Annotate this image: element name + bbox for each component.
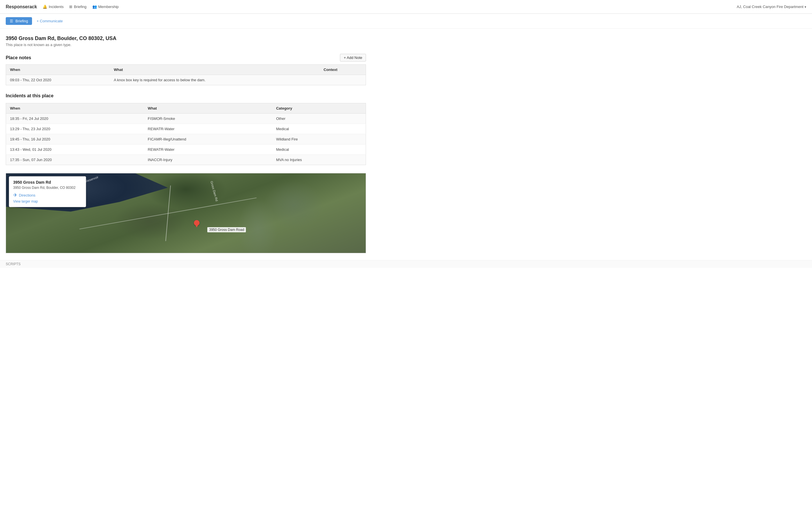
place-notes-title: Place notes: [6, 55, 31, 60]
cell-when: 09:03 - Thu, 22 Oct 2020: [6, 75, 110, 85]
directions-icon: ✈: [13, 192, 18, 198]
table-row: 19:45 - Thu, 16 Jul 2020 FICAMR-Illeg/Un…: [6, 134, 366, 144]
briefing-button[interactable]: Briefing: [6, 17, 32, 25]
brand: Responserack: [6, 4, 37, 9]
cell-when: 19:45 - Thu, 16 Jul 2020: [6, 134, 144, 144]
table-row: 13:29 - Thu, 23 Jul 2020 REWATR-Water Me…: [6, 124, 366, 134]
navbar-right: AJ, Coal Creek Canyon Fire Department: [737, 5, 806, 9]
people-icon: [92, 5, 97, 9]
table-row: 18:35 - Fri, 24 Jul 2020 FISMOR-Smoke Ot…: [6, 114, 366, 124]
table-row: 17:35 - Sun, 07 Jun 2020 INACCR-Injury M…: [6, 155, 366, 165]
pin-tail: [195, 223, 199, 227]
cell-category: Other: [272, 114, 366, 124]
cell-what[interactable]: FICAMR-Illeg/Unattend: [144, 134, 272, 144]
incidents-table-body: 18:35 - Fri, 24 Jul 2020 FISMOR-Smoke Ot…: [6, 114, 366, 165]
map-container: Gross Dam Rd Reservoir 3950 Gross Dam Ro…: [6, 173, 366, 253]
chevron-down-icon: [805, 5, 806, 9]
col-when-notes: When: [6, 65, 110, 75]
directions-button[interactable]: ✈ Directions: [13, 192, 35, 198]
footer: SCRIPTS: [0, 260, 812, 268]
map-pin-icon: [193, 220, 200, 229]
bell-icon: [42, 5, 47, 9]
add-note-button[interactable]: + Add Note: [340, 54, 366, 61]
cell-what[interactable]: FISMOR-Smoke: [144, 114, 272, 124]
place-notes-header-row: When What Context: [6, 65, 366, 75]
nav-incidents-label: Incidents: [49, 5, 63, 9]
cell-when: 17:35 - Sun, 07 Jun 2020: [6, 155, 144, 165]
cell-when: 13:29 - Thu, 23 Jul 2020: [6, 124, 144, 134]
main-content: 3950 Gross Dam Rd, Boulder, CO 80302, US…: [0, 29, 372, 260]
incidents-header-row: When What Category: [6, 103, 366, 114]
cell-category: MVA no Injuries: [272, 155, 366, 165]
place-notes-header: Place notes + Add Note: [6, 54, 366, 61]
place-title: 3950 Gross Dam Rd, Boulder, CO 80302, US…: [6, 35, 366, 42]
list-icon: [10, 19, 14, 23]
place-notes-table-head: When What Context: [6, 65, 366, 75]
map-card-actions: ✈ Directions: [13, 192, 82, 198]
col-category-incidents: Category: [272, 103, 366, 114]
grid-icon: [69, 5, 72, 9]
directions-label: Directions: [19, 193, 35, 197]
col-when-incidents: When: [6, 103, 144, 114]
place-subtitle: This place is not known as a given type.: [6, 43, 366, 47]
map-pin: [193, 220, 200, 229]
cell-when: 13:43 - Wed, 01 Jul 2020: [6, 144, 144, 155]
nav-briefing[interactable]: Briefing: [69, 5, 86, 9]
incidents-table-head: When What Category: [6, 103, 366, 114]
cell-category: Wildland Fire: [272, 134, 366, 144]
nav-incidents[interactable]: Incidents: [42, 5, 63, 9]
place-notes-table-body: 09:03 - Thu, 22 Oct 2020 A knox box key …: [6, 75, 366, 85]
incidents-title: Incidents at this place: [6, 93, 366, 99]
cell-what[interactable]: REWATR-Water: [144, 124, 272, 134]
cell-what[interactable]: INACCR-Injury: [144, 155, 272, 165]
col-context-notes: Context: [320, 65, 366, 75]
nav-membership-label: Membership: [98, 5, 119, 9]
table-row: 09:03 - Thu, 22 Oct 2020 A knox box key …: [6, 75, 366, 85]
communicate-button[interactable]: + Communicate: [35, 17, 64, 25]
cell-context: [320, 75, 366, 85]
toolbar: Briefing + Communicate: [0, 14, 812, 29]
cell-what: A knox box key is required for access to…: [110, 75, 320, 85]
footer-text: SCRIPTS: [6, 262, 21, 266]
cell-category: Medical: [272, 124, 366, 134]
col-what-notes: What: [110, 65, 320, 75]
incidents-table: When What Category 18:35 - Fri, 24 Jul 2…: [6, 103, 366, 165]
pin-label: 3950 Gross Dam Road: [207, 227, 246, 232]
cell-category: Medical: [272, 144, 366, 155]
navbar: Responserack Incidents Briefing Membersh…: [0, 0, 812, 14]
user-label: AJ, Coal Creek Canyon Fire Department: [737, 5, 804, 9]
view-larger-map-link[interactable]: View larger map: [13, 199, 82, 203]
nav-briefing-label: Briefing: [74, 5, 86, 9]
table-row: 13:43 - Wed, 01 Jul 2020 REWATR-Water Me…: [6, 144, 366, 155]
nav-membership[interactable]: Membership: [92, 5, 119, 9]
map-card-address: 3950 Gross Dam Rd, Boulder, CO 80302: [13, 186, 82, 190]
col-what-incidents: What: [144, 103, 272, 114]
map-info-card: 3950 Gross Dam Rd 3950 Gross Dam Rd, Bou…: [9, 176, 86, 207]
navbar-left: Responserack Incidents Briefing Membersh…: [6, 4, 119, 9]
cell-what[interactable]: REWATR-Water: [144, 144, 272, 155]
cell-when: 18:35 - Fri, 24 Jul 2020: [6, 114, 144, 124]
map-card-title: 3950 Gross Dam Rd: [13, 180, 82, 185]
place-notes-table: When What Context 09:03 - Thu, 22 Oct 20…: [6, 64, 366, 85]
